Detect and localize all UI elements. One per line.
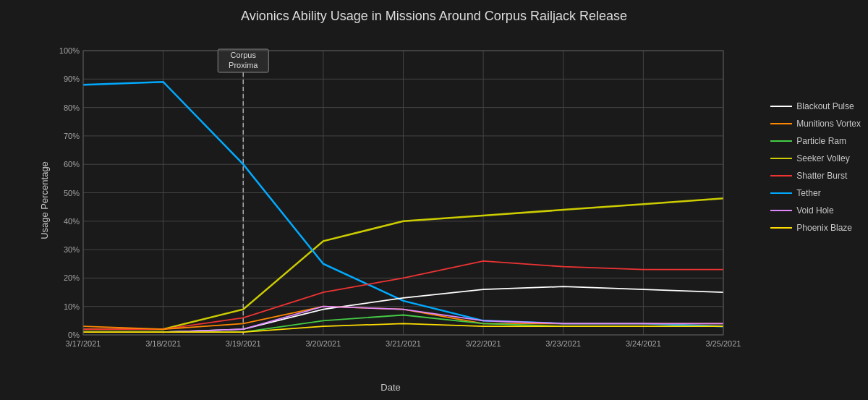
svg-text:50%: 50% <box>64 189 80 197</box>
legend-label: Seeker Volley <box>796 153 849 163</box>
svg-text:3/19/2021: 3/19/2021 <box>226 339 261 348</box>
legend-label: Shatter Burst <box>796 171 847 181</box>
legend-color <box>770 192 792 194</box>
legend-color <box>770 158 792 159</box>
x-axis-label: Date <box>51 382 731 393</box>
legend-label: Particle Ram <box>796 136 846 146</box>
svg-text:3/22/2021: 3/22/2021 <box>466 339 501 348</box>
svg-text:3/17/2021: 3/17/2021 <box>66 339 101 348</box>
legend-color <box>770 123 792 124</box>
chart-area: 0%10%20%30%40%50%60%70%80%90%100%3/17/20… <box>51 36 731 357</box>
chart-container: Avionics Ability Usage in Missions Aroun… <box>0 0 868 400</box>
svg-text:90%: 90% <box>64 75 80 83</box>
svg-text:3/24/2021: 3/24/2021 <box>626 339 661 348</box>
svg-text:Proxima: Proxima <box>229 61 258 69</box>
legend-label: Munitions Vortex <box>796 119 861 129</box>
legend-item: Phoenix Blaze <box>770 223 861 233</box>
legend-label: Tether <box>796 188 820 198</box>
svg-text:20%: 20% <box>64 273 80 282</box>
legend-color <box>770 227 792 229</box>
y-axis-label: Usage Percentage <box>39 161 50 239</box>
legend-item: Shatter Burst <box>770 171 861 181</box>
legend-color <box>770 210 792 211</box>
legend: Blackout PulseMunitions VortexParticle R… <box>770 101 861 233</box>
svg-text:3/21/2021: 3/21/2021 <box>386 339 421 348</box>
legend-label: Blackout Pulse <box>796 101 854 111</box>
legend-item: Tether <box>770 188 861 198</box>
svg-text:0%: 0% <box>68 331 80 339</box>
svg-text:40%: 40% <box>64 217 80 226</box>
svg-text:10%: 10% <box>64 302 80 311</box>
legend-item: Particle Ram <box>770 136 861 146</box>
svg-text:70%: 70% <box>64 132 80 140</box>
legend-item: Void Hole <box>770 205 861 216</box>
svg-text:3/25/2021: 3/25/2021 <box>706 339 741 348</box>
svg-text:30%: 30% <box>64 245 80 254</box>
svg-text:60%: 60% <box>64 160 80 169</box>
svg-text:80%: 80% <box>64 103 80 112</box>
legend-label: Phoenix Blaze <box>796 223 852 233</box>
svg-text:3/23/2021: 3/23/2021 <box>545 339 581 348</box>
svg-text:Corpus: Corpus <box>231 51 257 59</box>
legend-color <box>770 140 792 142</box>
legend-color <box>770 106 792 107</box>
svg-text:3/18/2021: 3/18/2021 <box>145 339 181 348</box>
legend-item: Munitions Vortex <box>770 119 861 129</box>
svg-text:100%: 100% <box>59 46 80 55</box>
legend-item: Seeker Volley <box>770 153 861 163</box>
chart-title: Avionics Ability Usage in Missions Aroun… <box>0 0 868 24</box>
legend-label: Void Hole <box>796 205 833 216</box>
legend-item: Blackout Pulse <box>770 101 861 111</box>
chart-svg: 0%10%20%30%40%50%60%70%80%90%100%3/17/20… <box>51 36 731 357</box>
svg-text:3/20/2021: 3/20/2021 <box>305 339 341 348</box>
legend-color <box>770 175 792 176</box>
